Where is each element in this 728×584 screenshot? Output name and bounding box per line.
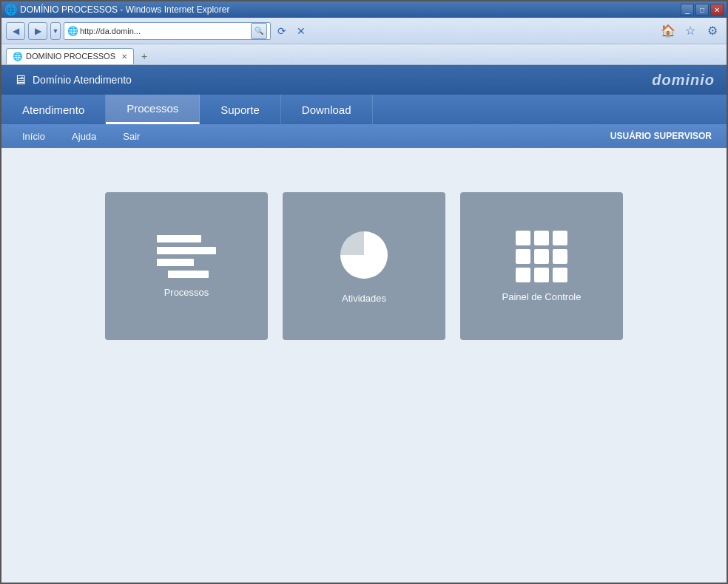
cards-container: Processos Atividades — [105, 192, 623, 340]
toolbar-right: 🏠 ☆ ⚙ — [658, 22, 722, 40]
close-button[interactable]: ✕ — [710, 4, 724, 16]
stop-button[interactable]: ✕ — [293, 23, 309, 39]
atividades-icon — [338, 229, 390, 284]
grid-cell-5 — [534, 249, 549, 264]
processos-icon — [157, 235, 216, 278]
ie-icon: 🌐 — [4, 4, 17, 16]
grid-cell-1 — [516, 231, 530, 245]
new-tab-button[interactable]: + — [135, 48, 153, 64]
bar-4 — [168, 271, 209, 278]
sub-nav-ajuda[interactable]: Ajuda — [60, 131, 108, 142]
card-painel-label: Painel de Controle — [502, 291, 582, 302]
card-atividades-label: Atividades — [342, 293, 386, 304]
pie-chart-svg — [338, 229, 390, 281]
bar-2 — [157, 247, 216, 254]
address-input[interactable] — [80, 27, 249, 35]
home-button[interactable]: 🏠 — [658, 22, 678, 40]
nav-item-suporte[interactable]: Suporte — [200, 95, 281, 124]
address-icon: 🌐 — [67, 26, 78, 36]
window-controls: _ □ ✕ — [681, 4, 724, 16]
address-bar: ◀ ▶ ▼ 🌐 🔍 ⟳ ✕ 🏠 ☆ ⚙ — [1, 18, 727, 44]
grid-cell-3 — [553, 231, 567, 245]
app-header-icon: 🖥 — [13, 72, 27, 88]
dropdown-button[interactable]: ▼ — [50, 22, 61, 40]
grid-cell-6 — [553, 249, 567, 264]
tab-close-button[interactable]: ✕ — [121, 52, 127, 61]
browser-tab-active[interactable]: 🌐 DOMÍNIO PROCESSOS ✕ — [6, 48, 134, 64]
sub-nav-inicio[interactable]: Início — [10, 131, 57, 142]
content-area: Processos Atividades — [1, 148, 727, 584]
card-atividades[interactable]: Atividades — [283, 192, 445, 340]
user-label: USUÁRIO SUPERVISOR — [610, 131, 718, 141]
nav-item-download[interactable]: Download — [281, 95, 373, 124]
painel-icon — [516, 231, 567, 282]
refresh-button[interactable]: ⟳ — [274, 23, 290, 39]
search-button[interactable]: 🔍 — [251, 23, 267, 39]
card-processos[interactable]: Processos — [105, 192, 268, 340]
app-brand: dominio — [652, 72, 715, 89]
main-nav: Atendimento Processos Suporte Download — [1, 95, 727, 124]
back-button[interactable]: ◀ — [6, 22, 25, 40]
sub-nav: Início Ajuda Sair USUÁRIO SUPERVISOR — [1, 124, 727, 148]
tab-icon: 🌐 — [13, 52, 23, 61]
address-bar-input-wrap: 🌐 🔍 — [64, 22, 271, 40]
title-bar: 🌐 DOMÍNIO PROCESSOS - Windows Internet E… — [1, 1, 727, 18]
app-header-left: 🖥 Domínio Atendimento — [13, 72, 132, 88]
grid-cell-9 — [553, 268, 567, 282]
forward-button[interactable]: ▶ — [28, 22, 47, 40]
window-title: DOMÍNIO PROCESSOS - Windows Internet Exp… — [20, 4, 229, 15]
bar-3 — [157, 259, 194, 266]
card-processos-label: Processos — [164, 287, 209, 298]
grid-cell-8 — [534, 268, 549, 282]
sub-nav-left: Início Ajuda Sair — [10, 131, 152, 142]
grid-cell-2 — [534, 231, 549, 245]
settings-button[interactable]: ⚙ — [703, 22, 722, 40]
app-title: Domínio Atendimento — [33, 74, 132, 86]
tab-label: DOMÍNIO PROCESSOS — [26, 52, 115, 61]
nav-item-processos[interactable]: Processos — [106, 95, 200, 124]
minimize-button[interactable]: _ — [681, 4, 694, 16]
app-header: 🖥 Domínio Atendimento dominio — [1, 65, 727, 95]
grid-cell-4 — [516, 249, 530, 264]
title-bar-left: 🌐 DOMÍNIO PROCESSOS - Windows Internet E… — [4, 4, 229, 16]
tabs-bar: 🌐 DOMÍNIO PROCESSOS ✕ + — [1, 44, 727, 65]
favorites-button[interactable]: ☆ — [681, 22, 700, 40]
maximize-button[interactable]: □ — [695, 4, 709, 16]
card-painel[interactable]: Painel de Controle — [460, 192, 623, 340]
sub-nav-sair[interactable]: Sair — [111, 131, 152, 142]
app-window: 🌐 DOMÍNIO PROCESSOS - Windows Internet E… — [1, 1, 727, 584]
grid-cell-7 — [516, 268, 530, 282]
nav-item-atendimento[interactable]: Atendimento — [1, 95, 106, 124]
bar-1 — [157, 235, 201, 242]
